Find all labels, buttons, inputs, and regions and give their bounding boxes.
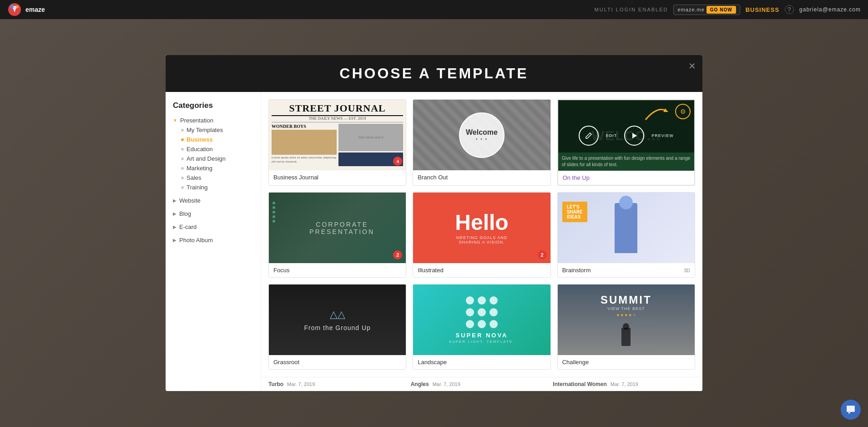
preview-label: PREVIEW bbox=[651, 133, 674, 138]
template-card-challenge[interactable]: SUMMIT VIEW THE BEST ● ● ● ● ● bbox=[557, 284, 695, 370]
template-name-landscape: Landscape bbox=[418, 359, 447, 366]
bottom-template-turbo[interactable]: Turbo Mar. 7, 2019 bbox=[268, 381, 411, 387]
bj-headline: WONDER BOYS bbox=[272, 124, 337, 129]
sidebar: Categories ▼ Presentation My Templates bbox=[166, 92, 261, 391]
user-email[interactable]: gabriela@emaze.com bbox=[799, 6, 861, 13]
sidebar-item-website-label: Website bbox=[179, 197, 201, 204]
ls-dot-grid bbox=[466, 296, 498, 328]
sidebar-item-blog-label: Blog bbox=[179, 210, 191, 217]
topbar: emaze MULTI LOGIN ENABLED emaze.me GO NO… bbox=[0, 0, 868, 19]
emaze-logo-text: emaze bbox=[25, 6, 45, 13]
template-card-focus[interactable]: CORPORATEPRESENTATION 2 Focus bbox=[268, 192, 406, 278]
bullet-icon bbox=[181, 129, 184, 132]
sidebar-item-website[interactable]: ▶ Website bbox=[173, 196, 253, 205]
template-name-on-the-up[interactable]: On the Up bbox=[563, 174, 590, 181]
sidebar-item-ecard[interactable]: ▶ E-card bbox=[173, 222, 253, 232]
template-card-landscape[interactable]: SUPER NOVA SUPER LIGHT. TEMPLATE. Landsc… bbox=[413, 284, 550, 370]
sidebar-item-art-design[interactable]: Art and Design bbox=[181, 154, 253, 163]
bs-share-text: SHARE bbox=[567, 209, 583, 214]
focus-dots bbox=[273, 202, 275, 223]
chevron-right-icon: ▶ bbox=[173, 198, 177, 203]
bottom-date-angles: Mar. 7, 2019 bbox=[433, 381, 460, 387]
bottom-template-international-women[interactable]: International Women Mar. 7, 2019 bbox=[553, 381, 695, 387]
help-icon[interactable]: ? bbox=[785, 5, 794, 14]
sidebar-item-marketing[interactable]: Marketing bbox=[181, 163, 253, 173]
customize-icon[interactable]: ⚙ bbox=[675, 104, 691, 119]
ch-body bbox=[621, 328, 631, 346]
bullet-icon bbox=[181, 186, 184, 189]
focus-content: CORPORATEPRESENTATION bbox=[294, 221, 390, 235]
card-footer-grassroot: Grassroot bbox=[269, 355, 406, 369]
template-thumbnail-branch-out: Welcome • • • bbox=[413, 100, 550, 170]
sidebar-item-education[interactable]: Education bbox=[181, 144, 253, 154]
template-name-business-journal: Business Journal bbox=[273, 174, 318, 181]
card-footer-on-the-up: On the Up bbox=[558, 171, 694, 185]
sidebar-section-blog: ▶ Blog bbox=[173, 209, 253, 219]
card-footer-business-journal: Business Journal bbox=[269, 170, 406, 184]
template-name-challenge: Challenge bbox=[562, 359, 589, 366]
modal-close-button[interactable]: ✕ bbox=[688, 61, 696, 71]
template-card-business-journal[interactable]: STREET JOURNAL THE DAILY NEWS — EST. 201… bbox=[268, 99, 406, 186]
template-grid: STREET JOURNAL THE DAILY NEWS — EST. 201… bbox=[261, 92, 702, 377]
focus-dot-3 bbox=[273, 211, 275, 214]
template-name-grassroot: Grassroot bbox=[273, 359, 299, 366]
sidebar-item-blog[interactable]: ▶ Blog bbox=[173, 209, 253, 219]
bj-title: STREET JOURNAL bbox=[272, 102, 403, 116]
edit-button[interactable] bbox=[579, 126, 599, 146]
sidebar-item-training-label: Training bbox=[187, 184, 207, 191]
sidebar-title: Categories bbox=[173, 101, 253, 110]
ls-title-text: SUPER NOVA bbox=[455, 332, 508, 339]
bottom-template-angles[interactable]: Angles Mar. 7, 2019 bbox=[411, 381, 553, 387]
go-now-button[interactable]: GO NOW bbox=[707, 6, 736, 14]
bj-sub: THE DAILY NEWS — EST. 2019 bbox=[272, 116, 403, 122]
sidebar-children-presentation: My Templates Business Education Art bbox=[173, 125, 253, 192]
bj-body-text: Lorem ipsum dolor sit amet consectetur a… bbox=[272, 156, 337, 164]
template-card-illustrated[interactable]: Hello MEETING GOALS ANDSHARING A VISION.… bbox=[413, 192, 550, 278]
bottom-date-intl-women: Mar. 7, 2019 bbox=[611, 381, 638, 387]
edit-label-group: EDIT bbox=[606, 133, 617, 138]
chat-bubble[interactable] bbox=[841, 400, 861, 420]
template-thumbnail-illustrated: Hello MEETING GOALS ANDSHARING A VISION.… bbox=[413, 193, 550, 263]
ch-title-text: SUMMIT bbox=[558, 294, 695, 306]
preview-button[interactable] bbox=[624, 126, 644, 146]
bo-circle: Welcome • • • bbox=[459, 112, 505, 158]
sidebar-item-training[interactable]: Training bbox=[181, 183, 253, 192]
topbar-left: emaze bbox=[7, 2, 45, 17]
focus-dot-4 bbox=[273, 215, 275, 218]
sidebar-item-photo-album-label: Photo Album bbox=[179, 237, 213, 244]
bs-lets-share: LET'S SHARE IDEAS bbox=[562, 202, 587, 222]
grid-container: STREET JOURNAL THE DAILY NEWS — EST. 201… bbox=[261, 92, 702, 391]
sidebar-item-ecard-label: E-card bbox=[179, 224, 197, 230]
bj-photo: THE FINAL RACE bbox=[338, 124, 404, 151]
sidebar-item-presentation[interactable]: ▼ Presentation bbox=[173, 116, 253, 125]
template-thumbnail-challenge: SUMMIT VIEW THE BEST ● ● ● ● ● bbox=[558, 285, 695, 355]
template-name-branch-out: Branch Out bbox=[418, 174, 448, 181]
focus-dot-1 bbox=[273, 202, 275, 204]
sidebar-item-business-label: Business bbox=[187, 136, 213, 143]
star-4: ● bbox=[629, 312, 631, 317]
gr-logo-icon: △△ bbox=[304, 309, 370, 320]
sidebar-item-photo-album[interactable]: ▶ Photo Album bbox=[173, 235, 253, 245]
modal-body: Categories ▼ Presentation My Templates bbox=[166, 92, 702, 391]
bottom-date-row: Turbo Mar. 7, 2019 Angles Mar. 7, 2019 I… bbox=[261, 377, 702, 391]
bottom-label-angles: Angles bbox=[411, 381, 429, 387]
template-card-brainstorm[interactable]: LET'S SHARE IDEAS Brainstorm 3D bbox=[557, 192, 695, 278]
emaze-me-label: emaze.me bbox=[677, 7, 704, 12]
arrow-decoration bbox=[643, 104, 671, 124]
chevron-right-icon: ▶ bbox=[173, 238, 177, 243]
sidebar-item-sales[interactable]: Sales bbox=[181, 173, 253, 183]
bj-content: WONDER BOYS Lorem ipsum dolor sit amet c… bbox=[272, 124, 403, 168]
business-link[interactable]: BUSINESS bbox=[746, 6, 779, 13]
template-card-branch-out[interactable]: Welcome • • • Branch Out bbox=[413, 99, 550, 186]
template-card-on-the-up[interactable]: WELCO... EDIT bbox=[557, 99, 695, 186]
ls-dot-7 bbox=[466, 320, 474, 328]
template-card-grassroot[interactable]: △△ From the Ground Up Grassroot bbox=[268, 284, 406, 370]
bs-lets-text: LET'S bbox=[567, 204, 583, 209]
bs-head bbox=[619, 196, 633, 209]
sidebar-item-business[interactable]: Business bbox=[181, 135, 253, 144]
bullet-icon bbox=[181, 158, 184, 160]
sidebar-item-my-templates[interactable]: My Templates bbox=[181, 125, 253, 135]
emaze-me-badge[interactable]: emaze.me GO NOW bbox=[673, 5, 740, 15]
ill-hello-text: Hello bbox=[455, 212, 508, 234]
ch-figure bbox=[621, 328, 631, 346]
